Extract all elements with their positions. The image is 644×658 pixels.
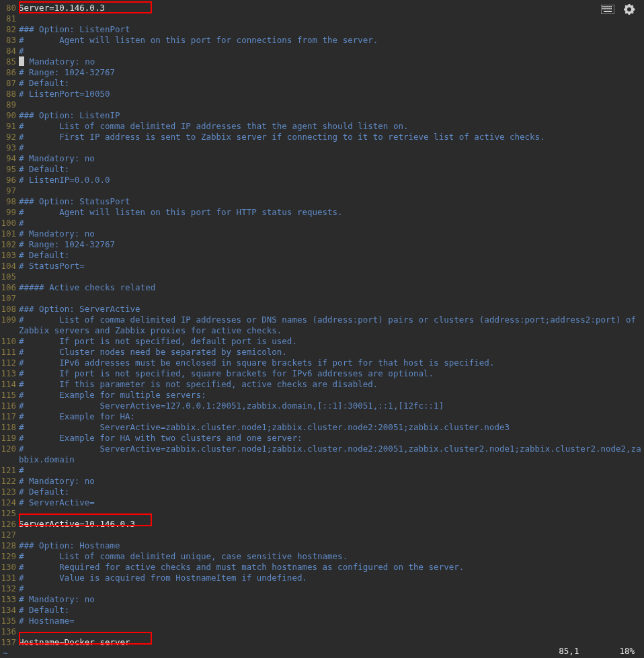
code-line[interactable]: 96# ListenIP=0.0.0.0 [0,175,644,186]
code-line[interactable]: 83# Agent will listen on this port for c… [0,35,644,46]
code-line[interactable]: 99# Agent will listen on this port for H… [0,207,644,218]
line-content: # Example for HA with two clusters and o… [19,433,644,444]
code-line[interactable]: 103# Default: [0,250,644,261]
code-line[interactable]: 132# [0,583,644,594]
code-line[interactable]: 86# Range: 1024-32767 [0,67,644,78]
code-line[interactable]: 122# Mandatory: no [0,476,644,487]
line-content: # First IP address is sent to Zabbix ser… [19,132,644,142]
line-content: # ListenPort=10050 [19,89,644,99]
code-line[interactable]: 92# First IP address is sent to Zabbix s… [0,132,644,142]
code-line[interactable]: 105 [0,272,644,282]
line-content: ##### Active checks related [19,282,644,293]
code-line[interactable]: 88# ListenPort=10050 [0,89,644,99]
code-line[interactable]: 126ServerActive=10.146.0.3 [0,519,644,530]
code-line[interactable]: 93# [0,142,644,153]
code-line[interactable]: 98### Option: StatusPort [0,196,644,207]
code-line[interactable]: 84# [0,46,644,56]
code-line[interactable]: 112# IPv6 addresses must be enclosed in … [0,358,644,368]
line-content: Hostname=Docker server [19,637,644,648]
code-line[interactable]: 114# If this parameter is not specified,… [0,379,644,390]
code-line[interactable]: 118# ServerActive=zabbix.cluster.node1;z… [0,422,644,433]
line-content: # ServerActive= [19,497,644,508]
code-line[interactable]: 89 [0,99,644,110]
line-number: 131 [0,573,19,583]
code-line[interactable]: 110# If port is not specified, default p… [0,336,644,347]
code-line[interactable]: 117# Example for HA: [0,411,644,422]
line-number: 119 [0,433,19,444]
line-content: # List of comma delimited IP addresses t… [19,121,644,132]
svg-rect-6 [602,8,604,9]
line-content: # Range: 1024-32767 [19,67,644,78]
code-line[interactable]: 131# Value is acquired from HostnameItem… [0,573,644,583]
code-line[interactable]: 107 [0,293,644,304]
code-line[interactable]: 135# Hostname= [0,616,644,626]
code-line[interactable]: 80Server=10.146.0.3 [0,3,644,13]
svg-rect-5 [610,6,612,7]
svg-rect-10 [610,8,612,9]
code-line[interactable]: 91# List of comma delimited IP addresses… [0,121,644,132]
code-line[interactable]: 120# ServerActive=zabbix.cluster.node1;z… [0,444,644,465]
line-number: 100 [0,218,19,229]
line-number: 136 [0,626,19,637]
code-line[interactable]: 115# Example for multiple servers: [0,390,644,401]
code-line[interactable]: 111# Cluster nodes need be separated by … [0,347,644,358]
code-line[interactable]: 90### Option: ListenIP [0,110,644,121]
code-line[interactable]: 82### Option: ListenPort [0,24,644,35]
line-content [19,293,644,304]
code-line[interactable]: 134# Default: [0,605,644,616]
line-number: 90 [0,110,19,121]
code-line[interactable]: 113# If port is not specified, square br… [0,368,644,379]
code-line[interactable]: 123# Default: [0,487,644,497]
code-line[interactable]: 97 [0,186,644,196]
line-content: # Mandatory: no [19,229,644,239]
line-number: 86 [0,67,19,78]
code-line[interactable]: 81 [0,13,644,24]
code-line[interactable]: 125 [0,508,644,519]
line-content: # Default: [19,487,644,497]
settings-icon[interactable] [624,4,636,17]
line-content: # Example for multiple servers: [19,390,644,401]
code-editor[interactable]: 80Server=10.146.0.38182### Option: Liste… [0,3,644,645]
status-bar: 85,1 18% [559,646,635,657]
code-line[interactable]: 101# Mandatory: no [0,229,644,239]
tilde-marker: ~ [0,648,8,658]
svg-rect-8 [606,8,608,9]
code-line[interactable]: 100# [0,218,644,229]
code-line[interactable]: 106##### Active checks related [0,282,644,293]
code-line[interactable]: 127 [0,530,644,540]
line-content: # Value is acquired from HostnameItem if… [19,573,644,583]
code-line[interactable]: 128### Option: Hostname [0,540,644,551]
code-line[interactable]: 94# Mandatory: no [0,153,644,164]
line-content: ### Option: StatusPort [19,196,644,207]
code-line[interactable]: 121# [0,465,644,476]
code-line[interactable]: 119# Example for HA with two clusters an… [0,433,644,444]
code-line[interactable]: 129# List of comma delimited unique, cas… [0,551,644,562]
line-number: 124 [0,497,19,508]
keyboard-icon[interactable] [601,5,614,17]
svg-rect-11 [604,11,612,12]
code-line[interactable]: 85 Mandatory: no [0,56,644,67]
code-line[interactable]: 124# ServerActive= [0,497,644,508]
code-line[interactable]: 95# Default: [0,164,644,175]
toolbar [601,4,636,17]
code-line[interactable]: 116# ServerActive=127.0.0.1:20051,zabbix… [0,401,644,411]
code-line[interactable]: 133# Mandatory: no [0,594,644,605]
line-content [19,626,644,637]
code-line[interactable]: 102# Range: 1024-32767 [0,239,644,250]
code-line[interactable]: 136 [0,626,644,637]
code-line[interactable]: 130# Required for active checks and must… [0,562,644,573]
line-content: Server=10.146.0.3 [19,3,644,13]
line-number: 106 [0,282,19,293]
code-line[interactable]: 104# StatusPort= [0,261,644,272]
line-content: # Hostname= [19,616,644,626]
code-line[interactable]: 87# Default: [0,78,644,89]
code-line[interactable]: 108### Option: ServerActive [0,304,644,315]
line-content: ServerActive=10.146.0.3 [19,519,644,530]
line-number: 109 [0,315,19,336]
code-line[interactable]: 137Hostname=Docker server [0,637,644,648]
svg-rect-4 [608,6,610,7]
code-line[interactable]: 109# List of comma delimited IP addresse… [0,315,644,336]
line-content: Mandatory: no [19,56,644,67]
line-number: 99 [0,207,19,218]
line-content [19,186,644,196]
